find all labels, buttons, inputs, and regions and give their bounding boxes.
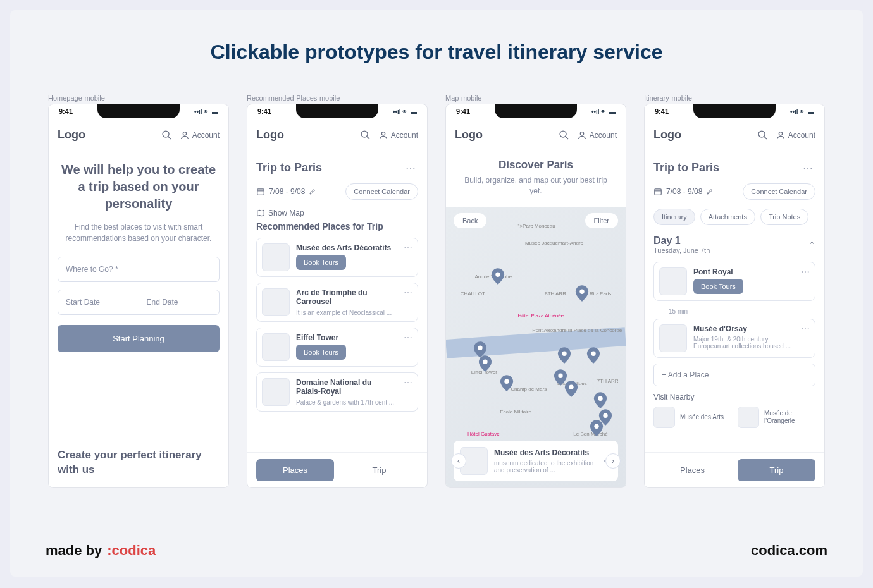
start-date-field[interactable]: Start Date: [58, 290, 139, 314]
itinerary-item[interactable]: Musée d'Orsay Major 19th- & 20th-century…: [653, 319, 815, 358]
trip-dates[interactable]: 7/08 - 9/08: [256, 187, 316, 196]
travel-time: 15 min: [669, 308, 815, 315]
account-link[interactable]: Account: [577, 130, 617, 140]
where-input[interactable]: Where to Go? *: [58, 257, 220, 282]
add-place-button[interactable]: + Add a Place: [653, 364, 815, 386]
status-time: 9:41: [655, 107, 669, 115]
map-pin-icon[interactable]: [491, 268, 505, 285]
status-time: 9:41: [456, 107, 470, 115]
chevron-up-icon[interactable]: ⌃: [808, 240, 815, 250]
svg-point-22: [595, 424, 599, 429]
prev-button[interactable]: ‹: [451, 453, 466, 469]
start-planning-button[interactable]: Start Planning: [58, 325, 220, 352]
logo[interactable]: Logo: [58, 128, 85, 142]
nearby-name: Musée des Arts: [680, 413, 724, 421]
place-card[interactable]: Eiffel Tower Book Tours ⋯: [256, 328, 418, 367]
screen-map: Map-mobile 9:41 ••ıl ᯤ ▬ Logo Account D: [445, 94, 626, 488]
date-range-input[interactable]: Start Date End Date: [58, 290, 220, 315]
logo[interactable]: Logo: [653, 128, 681, 142]
phone-frame: 9:41 ••ıl ᯤ ▬ Logo Account Discover Pari…: [445, 104, 626, 488]
svg-rect-6: [257, 189, 264, 195]
svg-point-14: [483, 360, 487, 364]
place-card[interactable]: Domaine National du Palais-Royal Palace …: [256, 372, 418, 412]
tab-places[interactable]: Places: [653, 459, 731, 481]
tab-places[interactable]: Places: [256, 459, 334, 481]
nearby-item[interactable]: Musée de l'Orangerie: [738, 407, 815, 428]
map-pin-icon[interactable]: [593, 392, 607, 408]
book-tours-button[interactable]: Book Tours: [296, 345, 346, 360]
svg-line-24: [764, 137, 766, 139]
next-button[interactable]: ›: [605, 453, 621, 469]
trip-dates[interactable]: 7/08 - 9/08: [653, 187, 714, 196]
map-pin-icon[interactable]: [557, 347, 571, 364]
tab-trip-notes[interactable]: Trip Notes: [760, 209, 808, 225]
discover-sub: Build, organize, and map out your best t…: [459, 175, 613, 197]
codica-logo: :codica: [107, 542, 156, 559]
nearby-item[interactable]: Musée des Arts: [653, 407, 731, 428]
map-pin-icon[interactable]: [500, 375, 514, 391]
book-tours-button[interactable]: Book Tours: [693, 279, 743, 294]
end-date-field[interactable]: End Date: [139, 290, 220, 314]
search-icon[interactable]: [559, 130, 569, 140]
logo[interactable]: Logo: [256, 128, 284, 142]
more-icon[interactable]: ⋯: [800, 162, 815, 174]
more-icon[interactable]: ⋯: [801, 324, 810, 333]
more-icon[interactable]: ⋯: [801, 267, 810, 276]
map[interactable]: ">Parc Monceau Musée Jacquemart-André Ar…: [446, 207, 626, 487]
map-pin-icon[interactable]: [586, 347, 600, 364]
more-icon[interactable]: ⋯: [404, 333, 412, 342]
more-icon[interactable]: ⋯: [404, 243, 412, 252]
account-link[interactable]: Account: [378, 130, 418, 140]
place-desc: Major 19th- & 20th-century European art …: [693, 336, 795, 350]
place-card[interactable]: Musée des Arts Décoratifs Book Tours ⋯: [256, 238, 418, 277]
svg-point-0: [163, 131, 169, 137]
map-pin-icon[interactable]: [564, 381, 578, 397]
tab-attachments[interactable]: Attachments: [700, 209, 755, 225]
app-bar: Logo Account: [49, 118, 228, 152]
svg-point-10: [580, 132, 583, 135]
itinerary-item[interactable]: Pont Royal Book Tours ⋯: [653, 262, 815, 301]
tab-trip[interactable]: Trip: [738, 459, 815, 481]
hero-title: We will help you to create a trip based …: [58, 161, 220, 212]
back-button[interactable]: Back: [454, 213, 486, 228]
more-icon[interactable]: ⋯: [404, 378, 412, 387]
more-icon[interactable]: ⋯: [404, 288, 412, 297]
tab-itinerary[interactable]: Itinerary: [653, 209, 695, 225]
map-pin-icon[interactable]: [478, 355, 492, 372]
tab-trip[interactable]: Trip: [340, 459, 418, 481]
phone-frame: 9:41 ••ıl ᯤ ▬ Logo Account We will help …: [48, 104, 229, 488]
place-thumb-icon: [262, 288, 290, 316]
map-pin-icon[interactable]: [575, 285, 589, 302]
trip-title: Trip to Paris: [653, 161, 719, 175]
screen-itinerary: Itinerary-mobile 9:41 ••ıl ᯤ ▬ Logo Acco…: [644, 94, 825, 488]
nearby-thumb-icon: [738, 407, 759, 428]
more-icon[interactable]: ⋯: [403, 162, 418, 174]
search-icon[interactable]: [757, 130, 768, 140]
account-link[interactable]: Account: [180, 130, 220, 140]
account-link[interactable]: Account: [776, 130, 815, 140]
place-desc: Palace & gardens with 17th-cent ...: [296, 399, 397, 406]
place-card[interactable]: Arc de Triomphe du Carrousel It is an ex…: [256, 283, 418, 322]
map-pin-icon[interactable]: [590, 420, 604, 436]
page-title: Clickable prototypes for travel itinerar…: [46, 40, 827, 64]
book-tours-button[interactable]: Book Tours: [296, 255, 346, 270]
connect-calendar-button[interactable]: Connect Calendar: [743, 183, 815, 200]
filter-button[interactable]: Filter: [585, 213, 618, 228]
search-icon[interactable]: [161, 130, 172, 140]
screen-label: Homepage-mobile: [48, 94, 229, 102]
status-time: 9:41: [59, 107, 73, 115]
place-name: Musée des Arts Décoratifs: [494, 448, 597, 457]
svg-point-18: [559, 374, 563, 378]
place-name: Musée d'Orsay: [693, 324, 795, 333]
svg-line-1: [168, 137, 170, 139]
connect-calendar-button[interactable]: Connect Calendar: [345, 183, 418, 200]
edit-icon: [706, 188, 714, 195]
logo[interactable]: Logo: [455, 128, 483, 142]
map-poi-card[interactable]: ‹ Musée des Arts Décoratifs museum dedic…: [454, 441, 618, 481]
app-bar: Logo Account: [446, 118, 626, 152]
search-icon[interactable]: [360, 130, 371, 140]
screen-places: Recommended-Places-mobile 9:41 ••ıl ᯤ ▬ …: [247, 94, 428, 488]
show-map-link[interactable]: Show Map: [256, 209, 418, 217]
svg-line-4: [366, 137, 369, 139]
signal-icons: ••ıl ᯤ ▬: [591, 108, 616, 115]
